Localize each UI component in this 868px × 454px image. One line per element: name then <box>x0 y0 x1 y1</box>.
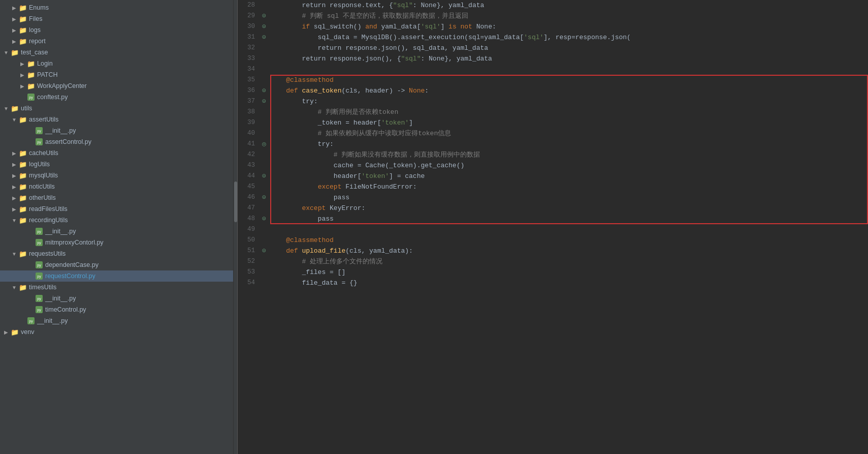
folder-icon-requestsutils: 📁 <box>18 250 27 258</box>
sidebar-item-files[interactable]: ▶📁Files <box>0 13 233 24</box>
sidebar-item-logs[interactable]: ▶📁logs <box>0 24 233 36</box>
sidebar-item-assertcontrol[interactable]: pyassertControl.py <box>0 136 233 147</box>
code-segment: 'token' <box>381 119 409 127</box>
py-file-glyph: py <box>27 94 35 101</box>
sidebar-item-recordingutils[interactable]: ▼📁recordingUtils <box>0 215 233 226</box>
code-segment: @classmethod <box>286 236 334 244</box>
code-segment: FileNotFoundError: <box>341 183 416 191</box>
sidebar-item-init3[interactable]: py__init__.py <box>0 293 233 304</box>
folder-arrow-recordingutils: ▼ <box>10 218 18 223</box>
code-line-38: # 判断用例是否依赖token <box>270 107 868 117</box>
code-segment: _token = header[ <box>270 119 381 127</box>
gutter-hollow-icon: ◎ <box>262 139 266 149</box>
folder-icon-otherutils: 📁 <box>18 194 27 202</box>
code-line-42: # 判断如果没有缓存数据，则直接取用例中的数据 <box>270 149 868 160</box>
sidebar-label-dependentcase: dependentCase.py <box>45 261 233 268</box>
code-segment: pass <box>270 194 349 201</box>
code-line-51: def upload_file(cls, yaml_data): <box>270 246 868 256</box>
folder-arrow-otherutils: ▶ <box>10 195 18 201</box>
code-segment: case_token <box>302 87 341 95</box>
folder-icon-logutils: 📁 <box>18 161 27 168</box>
gutter-arrow-icon: ⊙ <box>262 171 266 181</box>
line-number-42: 42 <box>238 149 255 160</box>
sidebar-item-init2[interactable]: py__init__.py <box>0 226 233 237</box>
folder-arrow-requestsutils: ▼ <box>10 251 18 257</box>
sidebar-item-init1[interactable]: py__init__.py <box>0 125 233 136</box>
sidebar-item-timecontrol[interactable]: pytimeControl.py <box>0 304 233 315</box>
sidebar-label-enums: Enums <box>29 4 233 11</box>
line-number-39: 39 <box>238 117 255 128</box>
sidebar-item-utils[interactable]: ▼📁utils <box>0 103 233 114</box>
code-segment: ] = cache <box>389 172 425 180</box>
sidebar-item-report[interactable]: ▶📁report <box>0 36 233 47</box>
line-number-48: 48 <box>238 214 255 224</box>
code-line-53: _files = [] <box>270 267 868 278</box>
sidebar-item-timesutils[interactable]: ▼📁timesUtils <box>0 282 233 293</box>
sidebar-item-readfilesutils[interactable]: ▶📁readFilesUtils <box>0 203 233 215</box>
gutter-32 <box>258 43 270 53</box>
sidebar-item-init4[interactable]: py__init__.py <box>0 315 233 326</box>
sidebar-item-login[interactable]: ▶📁Login <box>0 58 233 69</box>
code-line-45: except FileNotFoundError: <box>270 181 868 192</box>
sidebar-item-enums[interactable]: ▶📁Enums <box>0 2 233 13</box>
line-number-34: 34 <box>238 64 255 75</box>
line-number-43: 43 <box>238 160 255 171</box>
gutter-40 <box>258 128 270 139</box>
folder-glyph: 📁 <box>19 26 27 34</box>
folder-icon-workapplycenter: 📁 <box>26 82 36 90</box>
line-numbers-column: 2829303132333435363738394041424344454647… <box>238 0 258 454</box>
code-segment: _files = [] <box>270 268 345 276</box>
sidebar-item-patch[interactable]: ▶📁PATCH <box>0 69 233 80</box>
sidebar-item-logutils[interactable]: ▶📁logUtils <box>0 159 233 170</box>
sidebar-item-otherutils[interactable]: ▶📁otherUtils <box>0 192 233 203</box>
folder-glyph: 📁 <box>27 71 35 79</box>
code-segment: KeyError: <box>326 204 365 212</box>
code-segment: except <box>302 204 326 212</box>
sidebar-label-conftest: conftest.py <box>37 94 233 101</box>
code-segment: (cls, header) -> <box>341 87 409 95</box>
code-segment: cache = Cache(_token).get_cache() <box>270 162 464 169</box>
sidebar-item-noticutils[interactable]: ▶📁noticUtils <box>0 181 233 192</box>
code-lines-wrapper: 2829303132333435363738394041424344454647… <box>238 0 868 454</box>
gutter-39 <box>258 117 270 128</box>
code-segment: return response.json(), { <box>270 55 401 63</box>
code-line-50: @classmethod <box>270 235 868 246</box>
line-number-49: 49 <box>238 224 255 235</box>
sidebar-label-requestsutils: requestsUtils <box>29 250 233 257</box>
sidebar-item-test_case[interactable]: ▼📁test_case <box>0 47 233 58</box>
sidebar-item-cacheutils[interactable]: ▶📁cacheUtils <box>0 147 233 159</box>
folder-icon-test_case: 📁 <box>10 49 19 56</box>
code-segment: # 如果依赖则从缓存中读取对应得token信息 <box>270 130 451 137</box>
sidebar-item-workapplycenter[interactable]: ▶📁WorkApplyCenter <box>0 80 233 92</box>
sidebar-label-logutils: logUtils <box>29 161 233 168</box>
code-segment: None <box>409 87 425 95</box>
folder-arrow-files: ▶ <box>10 16 18 22</box>
folder-icon-venv: 📁 <box>10 328 19 336</box>
sidebar-item-mysqlutils[interactable]: ▶📁mysqlUtils <box>0 170 233 181</box>
line-number-31: 31 <box>238 32 255 43</box>
sidebar-label-utils: utils <box>21 105 233 112</box>
file-icon-conftest: py <box>26 94 36 101</box>
sidebar-label-report: report <box>29 38 233 45</box>
folder-glyph: 📁 <box>19 194 27 202</box>
folder-icon-logs: 📁 <box>18 26 27 34</box>
sidebar-item-dependentcase[interactable]: pydependentCase.py <box>0 259 233 270</box>
sidebar-item-mitmproxycontorl[interactable]: pymitmproxyContorl.py <box>0 237 233 248</box>
code-segment: # 判断用例是否依赖token <box>270 108 398 116</box>
sidebar-item-requestsutils[interactable]: ▼📁requestsUtils <box>0 248 233 259</box>
sidebar-item-conftest[interactable]: pyconftest.py <box>0 92 233 103</box>
folder-icon-utils: 📁 <box>10 105 19 112</box>
sidebar-item-assertutils[interactable]: ▼📁assertUtils <box>0 114 233 125</box>
file-icon-init2: py <box>35 228 44 235</box>
py-file-glyph: py <box>36 306 43 313</box>
scrollbar-thumb[interactable] <box>234 181 237 222</box>
gutter-41: ◎ <box>258 139 270 149</box>
folder-glyph: 📁 <box>27 60 35 68</box>
gutter-38 <box>258 107 270 117</box>
gutter-54 <box>258 278 270 288</box>
code-segment: is not <box>448 23 472 31</box>
sidebar-label-readfilesutils: readFilesUtils <box>29 205 233 213</box>
sidebar-item-venv[interactable]: ▶📁venv <box>0 326 233 338</box>
sidebar-item-requestcontrol[interactable]: pyrequestControl.py <box>0 270 233 282</box>
folder-glyph: 📁 <box>19 183 27 191</box>
